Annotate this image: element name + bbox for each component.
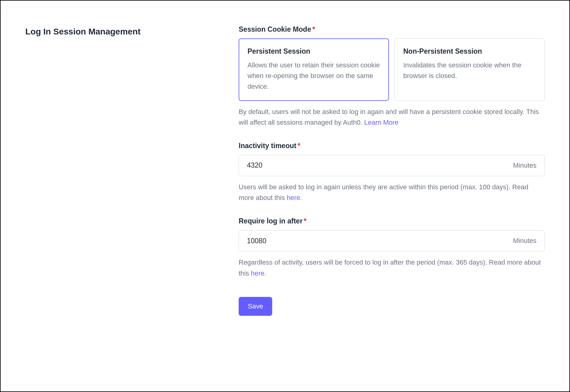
helper-text-prefix: Users will be asked to log in again unle… [239, 183, 528, 201]
helper-text-suffix: . [264, 269, 266, 277]
label-text: Inactivity timeout [239, 142, 296, 150]
inactivity-timeout-input[interactable] [239, 155, 513, 176]
label-text: Require log in after [239, 217, 303, 225]
helper-text-suffix: . [300, 194, 302, 201]
inactivity-timeout-suffix: Minutes [513, 162, 544, 169]
settings-panel: Log In Session Management Session Cookie… [7, 7, 563, 385]
field-require-login-after: Require log in after* Minutes Regardless… [239, 217, 545, 278]
option-persistent-session[interactable]: Persistent Session Allows the user to re… [239, 38, 389, 101]
session-cookie-mode-helper: By default, users will not be asked to l… [239, 106, 545, 128]
learn-more-link[interactable]: Learn More [364, 119, 399, 126]
session-cookie-mode-label: Session Cookie Mode* [239, 25, 545, 34]
helper-text-prefix: Regardless of activity, users will be fo… [239, 258, 541, 277]
inactivity-timeout-here-link[interactable]: here [287, 194, 300, 201]
option-title: Non-Persistent Session [403, 47, 536, 55]
save-button[interactable]: Save [239, 297, 272, 316]
field-inactivity-timeout: Inactivity timeout* Minutes Users will b… [239, 142, 545, 203]
required-indicator: * [304, 217, 307, 225]
label-text: Session Cookie Mode [239, 25, 311, 33]
option-description: Invalidates the session cookie when the … [403, 60, 536, 81]
option-description: Allows the user to retain their session … [248, 60, 380, 92]
section-heading: Log In Session Management [25, 25, 239, 38]
option-title: Persistent Session [248, 47, 380, 55]
inactivity-timeout-helper: Users will be asked to log in again unle… [239, 182, 545, 203]
option-non-persistent-session[interactable]: Non-Persistent Session Invalidates the s… [394, 38, 545, 101]
inactivity-timeout-input-wrap: Minutes [239, 155, 545, 176]
require-login-after-input-wrap: Minutes [239, 230, 545, 251]
form-actions: Save [239, 297, 545, 316]
require-login-after-here-link[interactable]: here [251, 269, 264, 277]
session-cookie-mode-options: Persistent Session Allows the user to re… [239, 38, 545, 101]
field-session-cookie-mode: Session Cookie Mode* Persistent Session … [239, 25, 545, 128]
required-indicator: * [297, 142, 300, 150]
required-indicator: * [312, 25, 315, 33]
require-login-after-input[interactable] [239, 230, 513, 251]
inactivity-timeout-label: Inactivity timeout* [239, 142, 545, 150]
require-login-after-helper: Regardless of activity, users will be fo… [239, 257, 545, 278]
require-login-after-suffix: Minutes [513, 237, 544, 245]
require-login-after-label: Require log in after* [239, 217, 545, 225]
